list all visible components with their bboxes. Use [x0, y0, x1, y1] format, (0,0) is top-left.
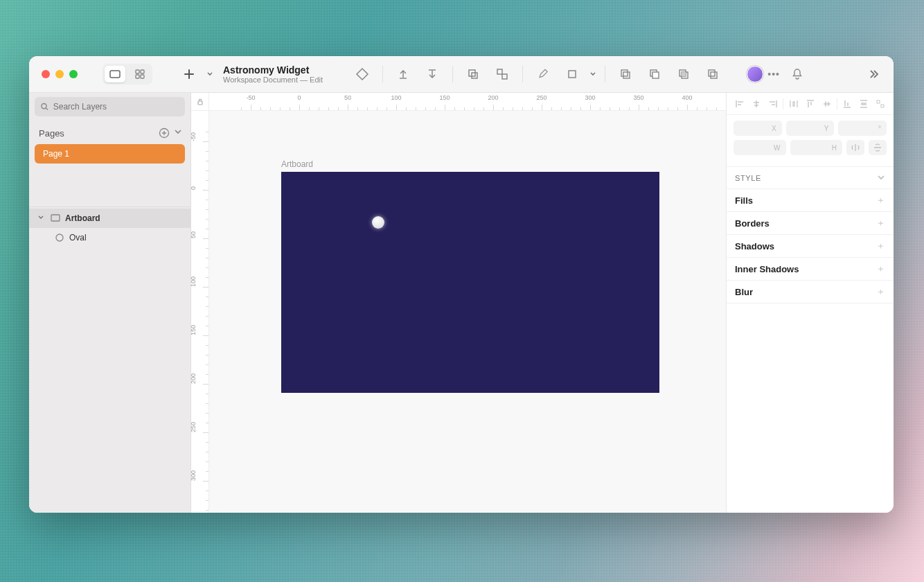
svg-rect-6 [472, 73, 477, 78]
align-left-icon[interactable] [734, 98, 746, 110]
y-field[interactable]: Y [786, 121, 835, 136]
create-symbol-button[interactable] [350, 62, 374, 86]
horizontal-ruler[interactable]: -50050100150200250300350400450 [209, 93, 726, 111]
backward-button[interactable] [420, 62, 444, 86]
svg-rect-4 [141, 75, 144, 78]
flip-vertical-icon [873, 143, 882, 152]
zoom-window-button[interactable] [69, 70, 78, 78]
vertical-ruler[interactable]: -50050100150200250300 [191, 111, 209, 513]
more-collaborators-icon[interactable]: ••• [767, 69, 780, 80]
canvas-area: -50050100150200250300350400450 -50050100… [191, 93, 726, 513]
x-field[interactable]: X [734, 121, 782, 136]
difference-button[interactable] [701, 62, 725, 86]
send-backward-icon [426, 68, 438, 80]
artboard-label[interactable]: Artboard [281, 159, 313, 169]
components-view-button[interactable] [130, 66, 150, 82]
edit-button[interactable] [531, 62, 555, 86]
svg-rect-24 [877, 100, 880, 103]
intersect-button[interactable] [672, 62, 695, 86]
flip-horizontal-icon [851, 143, 860, 152]
group-button[interactable] [461, 62, 485, 86]
tidy-icon[interactable] [874, 98, 887, 110]
borders-row[interactable]: Borders＋ [727, 212, 894, 235]
chevron-down-icon[interactable] [206, 71, 213, 78]
add-page-icon[interactable] [159, 127, 170, 139]
align-bottom-icon[interactable] [841, 98, 853, 110]
align-right-icon[interactable] [767, 98, 779, 110]
layer-row-oval[interactable]: Oval [29, 228, 190, 247]
union-button[interactable] [614, 62, 637, 86]
artboard[interactable] [281, 172, 659, 393]
distribute-v-icon[interactable] [858, 98, 870, 110]
transform-button[interactable] [560, 62, 584, 86]
svg-point-22 [56, 234, 63, 241]
canvas[interactable]: Artboard [209, 111, 726, 513]
insert-button[interactable] [177, 62, 201, 86]
layers-panel: Artboard Oval [29, 206, 190, 247]
chevron-down-icon[interactable] [877, 173, 885, 182]
page-item[interactable]: Page 1 [35, 144, 185, 164]
layer-row-artboard[interactable]: Artboard [29, 209, 190, 228]
alignment-row [727, 93, 894, 115]
forward-button[interactable] [391, 62, 415, 86]
artboard-icon [50, 214, 61, 222]
canvas-view-button[interactable] [105, 66, 125, 82]
view-mode-toggle [103, 64, 152, 85]
add-inner-shadow-icon[interactable]: ＋ [876, 263, 885, 275]
svg-rect-8 [502, 74, 507, 79]
flip-v-button[interactable] [869, 140, 887, 155]
h-field[interactable]: H [790, 140, 843, 155]
notifications-button[interactable] [785, 62, 809, 86]
plus-icon [183, 68, 195, 80]
align-h-center-icon[interactable] [750, 98, 763, 110]
add-blur-icon[interactable]: ＋ [876, 285, 885, 298]
style-section-header: Style [727, 167, 894, 189]
flip-h-button[interactable] [846, 140, 864, 155]
w-field[interactable]: W [734, 140, 786, 155]
style-heading-label: Style [735, 174, 761, 182]
left-sidebar: Pages Page 1 Artboard Oval [29, 93, 191, 513]
expand-panel-button[interactable] [862, 62, 885, 86]
inner-shadows-row[interactable]: Inner Shadows＋ [727, 258, 894, 281]
distribute-h-icon[interactable] [788, 98, 800, 110]
add-border-icon[interactable]: ＋ [876, 217, 885, 229]
align-top-icon[interactable] [804, 98, 817, 110]
svg-rect-25 [881, 105, 884, 107]
angle-field[interactable]: ° [838, 121, 887, 136]
chevrons-right-icon [867, 68, 880, 80]
chevron-down-icon[interactable] [589, 71, 596, 78]
layers-search[interactable] [35, 97, 185, 116]
add-shadow-icon[interactable]: ＋ [876, 240, 885, 252]
layers-search-input[interactable] [53, 102, 179, 112]
chevron-down-icon [37, 214, 44, 221]
blur-row[interactable]: Blur＋ [727, 281, 894, 303]
ungroup-button[interactable] [490, 62, 514, 86]
oval-shape[interactable] [372, 216, 384, 229]
svg-rect-11 [623, 72, 630, 78]
pages-heading-label: Pages [39, 128, 64, 139]
svg-rect-9 [569, 71, 576, 78]
svg-rect-13 [652, 72, 659, 78]
svg-point-19 [42, 103, 46, 108]
minimize-window-button[interactable] [55, 70, 64, 78]
svg-rect-21 [51, 215, 60, 221]
svg-rect-7 [497, 69, 502, 74]
union-icon [619, 68, 632, 80]
chevron-down-icon[interactable] [174, 127, 182, 136]
page-item-label: Page 1 [43, 149, 69, 159]
svg-rect-1 [136, 70, 139, 73]
ruler-origin[interactable] [191, 93, 209, 111]
difference-icon [707, 68, 719, 80]
shadows-row[interactable]: Shadows＋ [727, 235, 894, 258]
search-icon [40, 102, 49, 112]
add-fill-icon[interactable]: ＋ [876, 194, 885, 206]
collaborator-avatar[interactable] [747, 66, 763, 82]
oval-icon [54, 233, 65, 242]
svg-rect-0 [110, 71, 120, 78]
subtract-button[interactable] [643, 62, 666, 86]
align-v-center-icon[interactable] [821, 98, 833, 110]
lock-icon [196, 98, 204, 106]
close-window-button[interactable] [42, 70, 50, 78]
window-controls [42, 70, 78, 78]
fills-row[interactable]: Fills＋ [727, 189, 894, 212]
